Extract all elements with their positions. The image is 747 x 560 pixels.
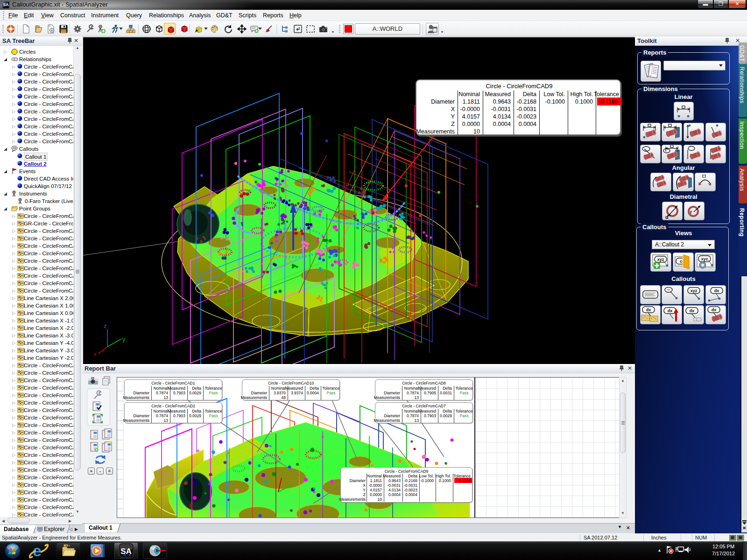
svg-text:dx: dx [668, 308, 673, 313]
svg-text:z: z [104, 322, 107, 329]
svg-text:d: d [665, 214, 669, 220]
svg-text:dx: dx [712, 308, 717, 312]
svg-text:r: r [690, 209, 692, 215]
svg-text:xyz: xyz [657, 257, 664, 262]
svg-text:xyz: xyz [701, 257, 708, 261]
svg-text:x: x [93, 350, 97, 357]
svg-text:dx: dx [646, 308, 651, 312]
svg-text:dx: dx [714, 288, 719, 293]
svg-text:xyz: xyz [691, 288, 698, 293]
svg-text:dx: dx [690, 308, 695, 313]
svg-text:y: y [122, 336, 126, 343]
